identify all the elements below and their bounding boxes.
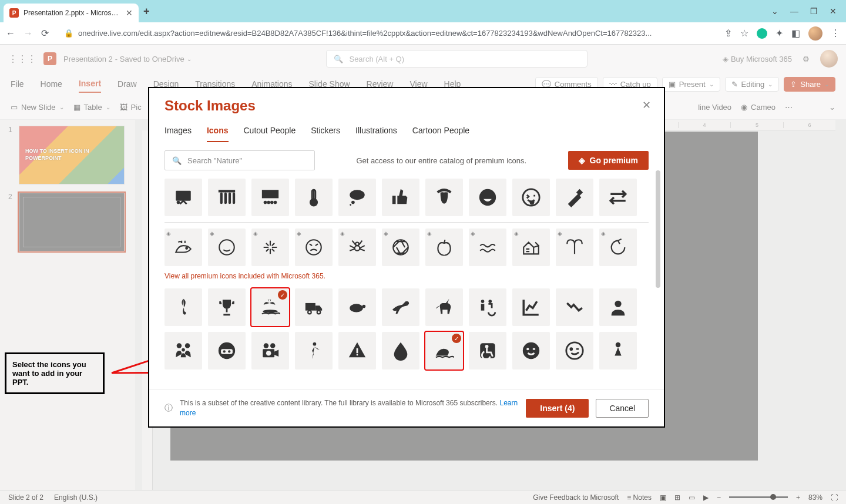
zoom-in-icon[interactable]: + xyxy=(796,493,800,502)
turtle-icon[interactable] xyxy=(338,288,376,326)
feedback-link[interactable]: Give Feedback to Microsoft xyxy=(533,493,619,502)
forward-icon[interactable]: → xyxy=(24,28,33,39)
profile-avatar[interactable] xyxy=(808,26,822,41)
laughing-emoji-icon[interactable] xyxy=(469,179,506,216)
line-chart-up-icon[interactable] xyxy=(512,288,550,326)
notes-button[interactable]: ≡ Notes xyxy=(627,493,652,502)
aries-icon[interactable] xyxy=(556,229,593,266)
water-drop-icon[interactable] xyxy=(382,332,419,369)
apple-icon[interactable] xyxy=(425,229,463,266)
smirk-emoji-icon[interactable] xyxy=(556,332,593,369)
grammarly-icon[interactable] xyxy=(757,28,767,39)
view-normal-icon[interactable]: ▣ xyxy=(660,493,666,502)
new-tab-button[interactable]: + xyxy=(143,5,150,18)
thumbs-up-icon[interactable] xyxy=(382,179,419,216)
dialog-tab-images[interactable]: Images xyxy=(164,126,192,142)
browser-tab[interactable]: P Presentation 2.pptx - Microsoft P ✕ xyxy=(4,4,139,22)
new-slide-button[interactable]: ▭ New Slide ⌄ xyxy=(11,103,64,112)
zoom-percent[interactable]: 83% xyxy=(808,493,822,502)
presentation-icon[interactable] xyxy=(164,179,202,216)
vr-headset-icon[interactable] xyxy=(208,332,246,369)
insert-button[interactable]: Insert (4) xyxy=(526,399,589,418)
dialog-tab-illustrations[interactable]: Illustrations xyxy=(355,126,397,142)
dialog-tab-icons[interactable]: Icons xyxy=(207,126,229,142)
wink-emoji-icon[interactable] xyxy=(512,332,550,369)
more-icon[interactable]: ⋯ xyxy=(785,103,793,112)
close-tab-icon[interactable]: ✕ xyxy=(126,8,133,18)
pictures-button[interactable]: 🖼 Pic xyxy=(120,103,142,112)
dinosaur-icon[interactable] xyxy=(382,288,419,326)
fish-icon[interactable] xyxy=(164,229,202,266)
aquarius-icon[interactable] xyxy=(469,229,506,266)
pinch-icon[interactable] xyxy=(251,229,289,266)
tools-icon[interactable] xyxy=(556,179,593,216)
close-dialog-icon[interactable]: ✕ xyxy=(642,99,651,112)
reload-icon[interactable]: ⟳ xyxy=(41,28,49,39)
wheelchair-icon[interactable] xyxy=(469,332,506,369)
test-tubes-icon[interactable] xyxy=(208,179,246,216)
walking-icon[interactable] xyxy=(295,332,333,369)
tab-insert[interactable]: Insert xyxy=(79,75,101,93)
online-video-button[interactable]: line Video xyxy=(698,103,731,112)
extensions-icon[interactable]: ✦ xyxy=(776,28,783,39)
user-avatar[interactable] xyxy=(820,50,838,68)
share-button[interactable]: ⇪ Share ⌄ xyxy=(784,77,835,92)
address-bar[interactable]: 🔒 onedrive.live.com/edit.aspx?action=edi… xyxy=(57,25,716,42)
view-slideshow-icon[interactable]: ▶ xyxy=(703,493,709,502)
star-icon[interactable]: ☆ xyxy=(740,28,748,39)
tab-file[interactable]: File xyxy=(11,76,24,92)
treble-clef-icon[interactable] xyxy=(164,288,202,326)
ribbon-chevron-icon[interactable]: ⌄ xyxy=(829,103,835,112)
dialog-tab-cartoon-people[interactable]: Cartoon People xyxy=(412,126,469,142)
family-icon[interactable] xyxy=(164,332,202,369)
slide-thumbnail-1[interactable]: 1 HOW TO INSERT ICON IN POWERPOINT xyxy=(8,126,127,184)
close-window-icon[interactable]: ✕ xyxy=(830,6,837,16)
unicorn-icon[interactable] xyxy=(425,288,463,326)
wave-icon[interactable]: ✓ xyxy=(425,332,463,369)
user-icon[interactable] xyxy=(599,288,637,326)
sidepanel-icon[interactable]: ◧ xyxy=(791,28,800,39)
app-launcher-icon[interactable]: ⋮⋮⋮ xyxy=(8,53,36,65)
view-sorter-icon[interactable]: ⊞ xyxy=(674,493,680,502)
thought-bubble-icon[interactable] xyxy=(338,179,376,216)
go-premium-button[interactable]: ◈ Go premium xyxy=(568,151,649,170)
cameo-button[interactable]: ◉ Cameo xyxy=(741,103,776,112)
language-indicator[interactable]: English (U.S.) xyxy=(54,493,98,502)
accessibility-people-icon[interactable] xyxy=(469,288,506,326)
scrollbar[interactable] xyxy=(656,179,660,288)
architecture-icon[interactable] xyxy=(512,229,550,266)
aperture-icon[interactable] xyxy=(382,229,419,266)
cancel-button[interactable]: Cancel xyxy=(596,399,649,418)
editing-button[interactable]: ✎ Editing ⌄ xyxy=(725,77,780,92)
chevron-down-icon[interactable]: ⌄ xyxy=(771,6,778,16)
zoom-out-icon[interactable]: − xyxy=(717,493,721,502)
swap-arrows-icon[interactable] xyxy=(599,179,637,216)
refresh-icon[interactable] xyxy=(599,229,637,266)
tongue-out-icon[interactable] xyxy=(425,179,463,216)
share-page-icon[interactable]: ⇪ xyxy=(724,28,732,39)
truck-icon[interactable] xyxy=(295,288,333,326)
winking-tongue-emoji-icon[interactable] xyxy=(512,179,550,216)
menu-icon[interactable]: ⋮ xyxy=(831,28,840,39)
icon-search-input[interactable]: 🔍 Search "Nature" xyxy=(164,150,315,170)
settings-icon[interactable]: ⚙ xyxy=(803,55,810,63)
view-reading-icon[interactable]: ▭ xyxy=(689,493,695,502)
zoom-slider[interactable] xyxy=(729,496,788,498)
back-icon[interactable]: ← xyxy=(6,28,15,39)
angry-emoji-icon[interactable] xyxy=(295,229,333,266)
warning-icon[interactable] xyxy=(338,332,376,369)
document-title[interactable]: Presentation 2 - Saved to OneDrive ⌄ xyxy=(63,55,192,63)
line-chart-down-icon[interactable] xyxy=(556,288,593,326)
premium-link[interactable]: View all premium icons included with Mic… xyxy=(164,272,649,280)
table-button[interactable]: ▦ Table ⌄ xyxy=(73,103,110,112)
theater-icon[interactable] xyxy=(251,179,289,216)
trophy-icon[interactable] xyxy=(208,288,246,326)
woman-icon[interactable] xyxy=(599,332,637,369)
buy-microsoft-365[interactable]: ◈ Buy Microsoft 365 xyxy=(723,55,792,63)
dialog-tab-cutout-people[interactable]: Cutout People xyxy=(244,126,296,142)
minimize-icon[interactable]: — xyxy=(790,6,798,16)
present-button[interactable]: ▣ Present ⌄ xyxy=(662,77,720,92)
tab-draw[interactable]: Draw xyxy=(118,76,137,92)
tab-home[interactable]: Home xyxy=(41,76,62,92)
dialog-tab-stickers[interactable]: Stickers xyxy=(311,126,340,142)
